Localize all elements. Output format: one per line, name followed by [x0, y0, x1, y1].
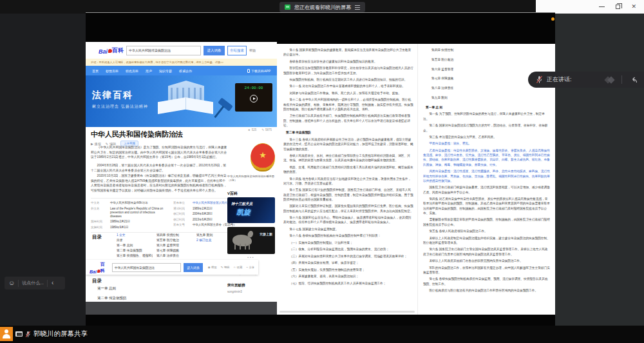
sticky-action-label: 播报: [211, 266, 217, 269]
doc-paragraph: 铁路、交通、民用航空行政部门负责组织消除交通工具以及相关场所的鼠害和蚊、蝇等病媒…: [283, 165, 413, 175]
infobox-label: 实施时间: [91, 226, 108, 230]
sticky-action-label: 分享: [249, 266, 254, 269]
doc-paragraph: 医学院校应当加强预防医学教育和科学研究，对在校学生以及其他与传染病防治相关人员进…: [283, 66, 413, 75]
chat-input-pill[interactable]: ☺ 说点什么... ‹: [5, 277, 65, 289]
infobox-value: 1989年9月1日: [110, 226, 167, 230]
doc-paragraph: 第二条 国家对传染病防治实行预防为主的方针，防治结合、分类管理、依靠科学、依靠群…: [423, 123, 550, 133]
baidu-logo-small[interactable]: Bai 百科: [90, 261, 109, 274]
minimize-button[interactable]: [599, 6, 605, 7]
contributor-name[interactable]: songzimin3: [227, 290, 275, 293]
nav-item[interactable]: 特色百科: [126, 69, 138, 73]
law-document-panel: 第十条 国家开展预防传染病的健康教育。新闻媒体应当无偿开展传染病防治和公共卫生教…: [277, 44, 555, 315]
national-emblem-image[interactable]: ★: [251, 143, 275, 172]
baidu-logo[interactable]: Bai 百科: [99, 46, 124, 55]
infobox-row: 实施时间 1989年9月1日: [91, 226, 167, 230]
mic-muted-icon[interactable]: [536, 75, 543, 84]
nav-item[interactable]: 首页: [92, 69, 99, 73]
toc2-heading: 目录: [92, 278, 102, 284]
toc-link[interactable]: 第五章 医疗救治: [156, 238, 193, 243]
restore-button[interactable]: [616, 5, 620, 9]
toc2-item[interactable]: 第二章 传染病预防: [97, 296, 144, 300]
baidu-baike-page: Bai 百科 进入词条 全站搜索 帮助 声明：百科词条人人可编辑，词条创建和修改…: [86, 42, 277, 303]
vbaike-video-thumbnail2[interactable]: 云游上新: [227, 227, 275, 254]
stat-item[interactable]: ✎ 5875: [261, 128, 272, 132]
nav-item[interactable]: 用户: [146, 69, 152, 73]
nav-item[interactable]: 知识专题: [159, 69, 172, 73]
sticky-action-icon: ⌁: [246, 266, 248, 269]
toc-link[interactable]: 第一章 总则: [117, 243, 153, 248]
toc-link[interactable]: 第六章 监督管理: [156, 243, 193, 248]
sticky-search-bar: Bai 百科 进入词条 ◉ 播报 ✎ 编辑 ☆ 收藏: [86, 260, 258, 275]
baidu-logo-latin: Bai: [99, 48, 108, 55]
play-icon[interactable]: [250, 95, 258, 103]
enter-entry-button[interactable]: 进入词条: [204, 46, 225, 55]
window-titlebar: ✕: [536, 0, 644, 14]
share-owner-label: 郭晓川的屏幕共享: [33, 329, 88, 338]
bottom-bar: [0, 326, 644, 343]
avatar[interactable]: [0, 327, 13, 341]
chat-placeholder[interactable]: 说点什么...: [22, 280, 44, 286]
toc-link[interactable]: 第三章 疫情报告、通报和公布: [117, 253, 153, 259]
infobox-label: 发布单位: [173, 201, 190, 205]
infobox-label: 修订时间: [173, 212, 190, 216]
overview-caption[interactable]: 中华人民共和国传染病防治法的概述图（1张）: [227, 175, 275, 183]
emoji-icon[interactable]: ☺: [8, 280, 15, 286]
stat-item[interactable]: ★ 525: [248, 128, 257, 132]
doc-paragraph: 县级以上人民政府制定传染病防治规划并组织实施，建立健全传染病防治的疾病预防控制、…: [423, 236, 550, 246]
gavel-illustration: [218, 97, 232, 111]
sticky-action[interactable]: ✎ 编辑: [221, 266, 230, 269]
nav-item[interactable]: 权威合作: [179, 69, 192, 73]
baike-nav: 首页秒懂百科特色百科用户知识专题权威合作: [86, 66, 277, 75]
doc-paragraph: 第三条 本法规定的传染病分为甲类、乙类和丙类。: [423, 135, 550, 139]
toc-link[interactable]: 第七章 保障措施: [156, 248, 193, 253]
doc-paragraph: 第十二条 在中华人民共和国领域内的一切单位和个人，必须接受疾病预防控制机构、医疗…: [283, 97, 413, 112]
vbaike-video-thumbnail[interactable]: 神十三航天员 凯旋: [227, 197, 275, 223]
banner-video-thumbnail[interactable]: 24:00:00: [235, 83, 272, 112]
star-icon: ★: [259, 150, 267, 160]
book-illustration: [158, 97, 213, 114]
hamburger-menu-icon[interactable]: [355, 7, 360, 8]
infobox-value: Law of the People's Republic of China on…: [110, 207, 167, 219]
doc-paragraph: 第九章 附则: [423, 95, 550, 100]
doc-paragraph: 第四章 疫情控制: [423, 48, 550, 52]
meeting-window: ✕ 您正在观看郭晓川的屏幕 Bai 百科 进入词条 全站搜索 帮助 声明：百科词…: [0, 0, 644, 343]
doc-paragraph: 乙类传染病是指：传染性非典型肺炎、艾滋病、病毒性肝炎、脊髓灰质炎、人感染高致病性…: [423, 148, 550, 167]
doc-paragraph: 医疗机构承担与医疗救治有关的传染病防治工作和责任区域内的传染病预防工作。: [423, 288, 550, 293]
collapse-chevron-icon[interactable]: ‹: [52, 280, 53, 286]
reply-arrow-icon[interactable]: [630, 76, 638, 84]
baidu-logo-latin: Bai: [90, 270, 97, 274]
nav-item[interactable]: 秒懂百科: [106, 69, 118, 73]
doc-paragraph: 国务院卫生行政部门根据传染病暴发、流行情况和危害程度，可以决定增加、减少或者调整…: [423, 185, 550, 195]
sticky-search-input[interactable]: [112, 263, 181, 272]
toc-link[interactable]: 第二章 传染病预防: [117, 248, 153, 253]
watching-banner[interactable]: 您正在观看郭晓川的屏幕: [279, 2, 365, 12]
toc-link[interactable]: 第四章 疫情控制: [156, 233, 193, 238]
toc-link[interactable]: 1 全文: [117, 233, 153, 238]
carousel-dots[interactable]: •••: [227, 255, 275, 259]
toc-link[interactable]: 第八章 法律责任: [156, 253, 193, 259]
baidu-logo-cn: 百科: [112, 46, 124, 55]
article-paragraph: 《中华人民共和国传染病防治法》是为了预防、控制和消除传染病的发生与流行，保障人体…: [91, 145, 227, 160]
doc-paragraph: 第五条 各级人民政府领导传染病防治工作。: [423, 229, 550, 233]
search-input[interactable]: [126, 46, 201, 55]
sticky-enter-button[interactable]: 进入词条: [184, 263, 203, 272]
divider: [47, 280, 48, 287]
toc-link[interactable]: 目录: [117, 238, 153, 243]
video2-caption: 云游上新: [260, 232, 272, 236]
toc2-item[interactable]: 第一章 总则: [97, 286, 144, 291]
close-button[interactable]: ✕: [631, 4, 636, 10]
doc-paragraph: 第一章 总 则: [423, 105, 550, 110]
sticky-action[interactable]: ☆ 收藏: [233, 266, 242, 269]
watching-banner-text: 您正在观看郭晓川的屏幕: [294, 4, 351, 11]
speaking-indicator-panel: 正在讲话:: [528, 72, 644, 88]
doc-paragraph: 第七条 各级疾病预防控制机构承担传染病监测、预测、流行病学调查、疫情报告以及其他…: [423, 277, 550, 286]
sticky-action[interactable]: ◉ 播报: [208, 266, 217, 269]
doc-paragraph: 第十六条 国家和社会应当关心、帮助传染病病人、病原携带者和疑似传染病病人，使其得…: [283, 215, 413, 225]
help-link[interactable]: 帮助: [249, 48, 256, 52]
site-search-button[interactable]: 全站搜索: [227, 46, 247, 55]
infobox-label: 修订时间: [173, 218, 190, 222]
share-owner-tag: 郭晓川的屏幕共享: [0, 327, 88, 341]
doc-paragraph: 甲类传染病是指：鼠疫、霍乱。: [423, 141, 550, 146]
horizontal-scrollbar[interactable]: [279, 311, 415, 313]
sticky-action[interactable]: ⌁ 分享: [246, 266, 254, 269]
